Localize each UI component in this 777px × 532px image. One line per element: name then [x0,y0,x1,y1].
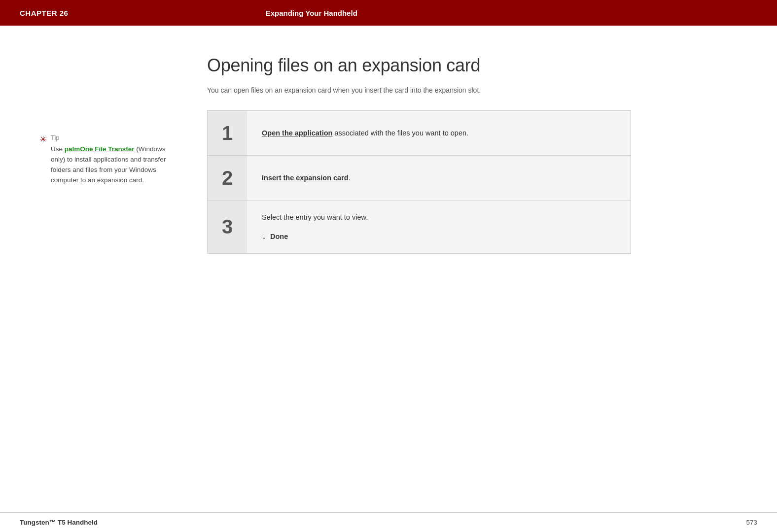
steps-table: 1 Open the application associated with t… [207,110,631,254]
palmone-file-transfer-link[interactable]: palmOne File Transfer [65,145,135,153]
done-arrow-icon: ↓ [262,231,266,241]
step-content-1: Open the application associated with the… [247,111,631,155]
page-description: You can open files on an expansion card … [207,85,757,96]
main-section: Opening files on an expansion card You c… [177,55,757,254]
tip-label: Tip [51,134,177,141]
page-title: Opening files on an expansion card [207,55,757,76]
page-header: CHAPTER 26 Expanding Your Handheld [0,0,777,26]
chapter-label: CHAPTER 26 [20,9,266,17]
step-number-1: 1 [208,111,247,155]
step-2-link[interactable]: Insert the expansion card [262,174,349,182]
tip-icon: ✳ [39,134,47,145]
step-1-link[interactable]: Open the application [262,129,332,137]
step-number-3: 3 [208,200,247,253]
tip-text: Use palmOne File Transfer (Windows only)… [51,144,177,186]
step-1-text: Open the application associated with the… [262,128,616,139]
page-number: 573 [746,519,757,526]
step-3-done: ↓ Done [262,231,616,241]
step-content-3: Select the entry you want to view. ↓ Don… [247,200,631,253]
tip-text-before: Use [51,145,65,153]
step-2-text-after: . [349,174,351,182]
footer-brand: Tungsten™ T5 Handheld [20,519,98,526]
step-1-text-after: associated with the files you want to op… [332,129,468,137]
tip-block: ✳ Tip Use palmOne File Transfer (Windows… [39,134,177,186]
chapter-title: Expanding Your Handheld [266,9,757,17]
step-row-1: 1 Open the application associated with t… [208,111,631,156]
page-footer: Tungsten™ T5 Handheld 573 [0,512,777,532]
done-label: Done [270,233,288,240]
step-2-text: Insert the expansion card. [262,173,616,184]
step-3-text: Select the entry you want to view. [262,212,616,223]
step-number-2: 2 [208,156,247,200]
sidebar: ✳ Tip Use palmOne File Transfer (Windows… [20,55,177,254]
step-content-2: Insert the expansion card. [247,156,631,200]
step-row-2: 2 Insert the expansion card. [208,156,631,200]
tip-content: Tip Use palmOne File Transfer (Windows o… [51,134,177,186]
main-content: ✳ Tip Use palmOne File Transfer (Windows… [0,26,777,273]
step-row-3: 3 Select the entry you want to view. ↓ D… [208,200,631,253]
